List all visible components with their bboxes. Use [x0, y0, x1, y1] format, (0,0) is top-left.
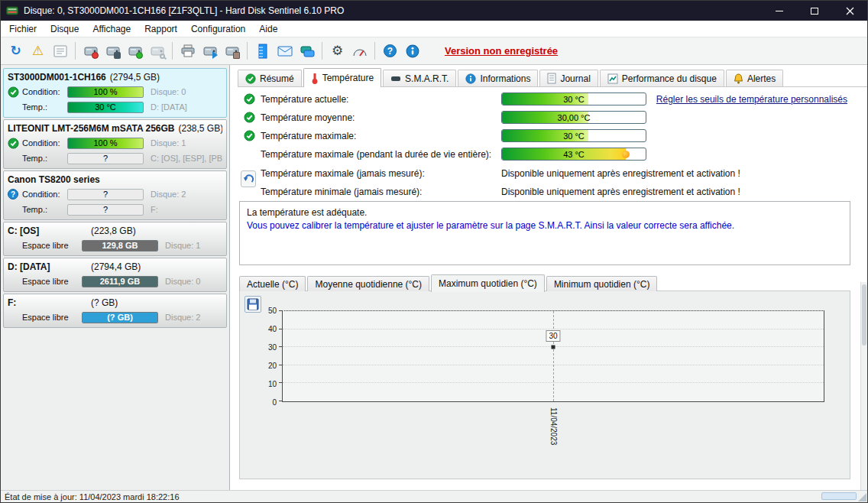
lifetime-max-marker-icon — [622, 151, 630, 158]
y-tick-mark — [279, 382, 283, 383]
disk-test-button[interactable] — [80, 41, 101, 61]
chart-tab-moyenne[interactable]: Moyenne quotidienne (°C) — [307, 276, 429, 291]
partition-entry-c[interactable]: C: [OS] (223,8 GB) Espace libre 129,8 GB… — [3, 222, 227, 256]
temperature-panel-button[interactable] — [252, 41, 273, 61]
temperature-value: 30 °C — [502, 93, 646, 105]
disk-entry-canon[interactable]: Canon TS8200 series ? Condition: ? Disqu… — [3, 170, 227, 220]
tab-smart[interactable]: S.M.A.R.T. — [383, 70, 456, 86]
status-ok-icon — [8, 138, 19, 149]
main-panel: Résumé Température S.M.A.R.T. Informatio… — [230, 65, 867, 490]
content-area: ST3000DM001-1CH166 (2794,5 GB) Condition… — [1, 65, 867, 490]
free-space-label: Espace libre — [22, 313, 82, 322]
toolbar-separator — [172, 42, 173, 60]
tab-performance[interactable]: Performance du disque — [600, 70, 724, 86]
disk-entry-st3000[interactable]: ST3000DM001-1CH166 (2794,5 GB) Condition… — [3, 68, 227, 118]
sidebar: ST3000DM001-1CH166 (2794,5 GB) Condition… — [1, 65, 230, 490]
tab-label: Alertes — [747, 73, 776, 84]
disk-size: (2794,5 GB) — [110, 72, 160, 83]
close-button[interactable] — [832, 1, 867, 21]
resize-grip[interactable] — [858, 493, 866, 501]
disks-overview-button[interactable] — [296, 41, 317, 61]
maximize-button[interactable] — [797, 1, 832, 21]
y-tick-mark — [279, 310, 283, 311]
mail-button[interactable] — [274, 41, 295, 61]
temperature-note: La température est adéquate. Vous pouvez… — [239, 201, 850, 265]
free-space-value: 129,8 GB — [83, 241, 157, 251]
magnifier-badge-icon — [160, 54, 165, 59]
disk-warning-button[interactable]: ⚠ — [28, 41, 48, 61]
disk-search-button[interactable] — [147, 41, 167, 61]
tab-journal[interactable]: Journal — [539, 70, 598, 86]
status-ok-icon — [244, 130, 255, 141]
condition-label: Condition: — [22, 87, 67, 96]
disk-archive-button[interactable] — [222, 41, 242, 61]
report-button[interactable] — [50, 41, 70, 61]
smart-icon — [390, 76, 401, 82]
disk-ok-button[interactable] — [125, 41, 145, 61]
tab-resume[interactable]: Résumé — [238, 70, 302, 86]
temp-value: 30 °C — [95, 102, 116, 112]
chart-tab-label: Maximum quotidien (°C) — [439, 278, 537, 289]
tab-label: Informations — [480, 73, 530, 84]
version-status-link[interactable]: Version non enregistrée — [445, 45, 558, 57]
disk-name: LITEONIT LMT-256M6M mSATA 256GB — [8, 123, 174, 134]
tab-temperature[interactable]: Température — [303, 68, 381, 87]
chart-tab-label: Minimum quotidien (°C) — [554, 279, 650, 290]
temp-bar: 30 °C — [67, 102, 144, 113]
temp-row: Temp.: ? C: [OS], [ESP], [PB — [8, 151, 222, 166]
menu-aide[interactable]: Aide — [252, 21, 284, 37]
temperature-row-label: Température maximale: — [261, 131, 356, 141]
horizontal-scrollbar[interactable] — [821, 492, 857, 500]
menu-fichier[interactable]: Fichier — [2, 21, 44, 37]
chart-tab-maximum[interactable]: Maximum quotidien (°C) — [431, 274, 545, 292]
tab-informations[interactable]: Informations — [458, 70, 538, 86]
temp-label: Temp.: — [22, 154, 67, 163]
reset-temperature-button[interactable] — [241, 170, 256, 187]
disk-number: Disque: 1 — [165, 241, 222, 250]
help-button[interactable]: ? — [380, 41, 400, 61]
menu-configuration[interactable]: Configuration — [184, 21, 252, 37]
menu-affichage[interactable]: Affichage — [86, 21, 138, 37]
condition-label: Condition: — [22, 190, 67, 199]
print-button[interactable] — [177, 41, 198, 61]
chart-tab-label: Actuelle (°C) — [247, 279, 298, 290]
temperature-row-label: Température minimale (jamais mesuré): — [261, 187, 422, 197]
toolbar-separator — [75, 42, 76, 60]
temperature-value: 30,00 °C — [502, 112, 646, 123]
scrollbar-thumb[interactable] — [862, 284, 866, 346]
y-tick-mark — [279, 365, 283, 365]
disk-volumes: D: [DATA] — [151, 102, 222, 112]
partition-entry-d[interactable]: D: [DATA] (2794,4 GB) Espace libre 2611,… — [3, 258, 227, 292]
disk-entry-liteonit[interactable]: LITEONIT LMT-256M6M mSATA 256GB (238,5 G… — [3, 119, 227, 169]
minimize-button[interactable] — [762, 1, 797, 21]
refresh-button[interactable]: ↻ — [5, 41, 26, 61]
temperature-bar: 30 °C — [501, 129, 646, 142]
disk-stop-button[interactable] — [102, 41, 123, 61]
temperature-bar: 30,00 °C — [501, 111, 646, 124]
partition-name: F: — [8, 297, 87, 308]
temperature-thresholds-link[interactable]: Régler les seuils de température personn… — [656, 94, 847, 105]
condition-bar: 100 % — [67, 138, 144, 149]
chart-tab-minimum[interactable]: Minimum quotidien (°C) — [546, 276, 658, 291]
temperature-availability-text: Disponible uniquement après enregistreme… — [501, 187, 740, 197]
point-value-label: 30 — [546, 330, 560, 342]
info-button[interactable] — [402, 41, 423, 61]
disk-name: Canon TS8200 series — [8, 174, 100, 185]
y-axis: 01020304050 — [251, 310, 280, 402]
settings-button[interactable]: ⚙ — [327, 41, 348, 61]
vertical-scrollbar[interactable] — [860, 282, 867, 490]
temperature-value: 30 °C — [502, 130, 646, 141]
refresh-icon: ↻ — [10, 44, 21, 57]
chart-tab-actuelle[interactable]: Actuelle (°C) — [239, 276, 306, 291]
disk-header: Canon TS8200 series — [8, 173, 222, 187]
red-badge-icon — [92, 52, 99, 59]
disk-export-button[interactable] — [199, 41, 220, 61]
menu-disque[interactable]: Disque — [44, 21, 86, 37]
tab-alertes[interactable]: Alertes — [726, 70, 783, 86]
partition-entry-f[interactable]: F: (? GB) Espace libre (? GB) Disque: 2 — [3, 294, 227, 328]
tab-label: Journal — [560, 73, 590, 84]
maximize-icon — [811, 8, 818, 15]
chart-tab-label: Moyenne quotidienne (°C) — [315, 279, 422, 290]
gauge-button[interactable] — [349, 41, 370, 61]
menu-rapport[interactable]: Rapport — [138, 21, 184, 37]
